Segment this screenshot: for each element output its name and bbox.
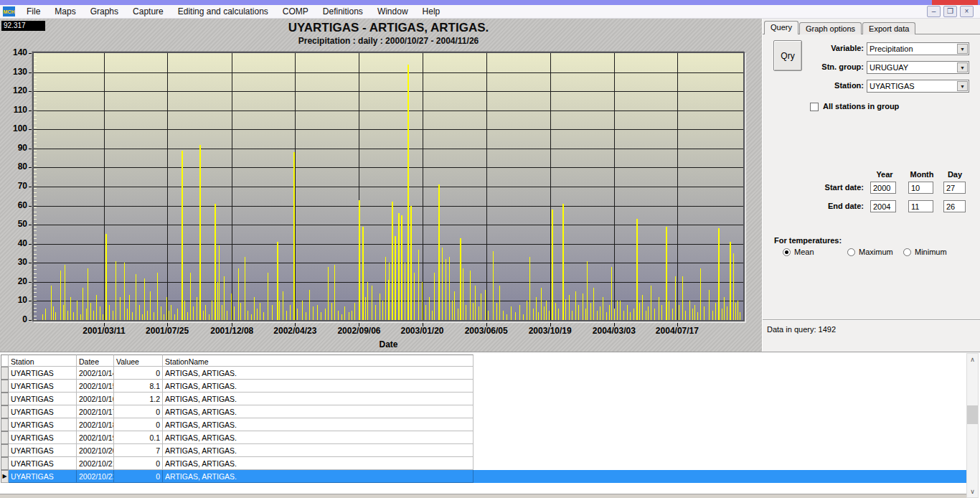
- dropdown-stngroup[interactable]: URUGUAY▼: [867, 61, 969, 74]
- precip-bar: [432, 311, 433, 320]
- row-selector-cell[interactable]: [1, 405, 9, 418]
- table-row[interactable]: UYARTIGAS2002/10/180ARTIGAS, ARTIGAS.: [1, 418, 966, 431]
- dropdown-station[interactable]: UYARTIGAS▼: [867, 80, 969, 93]
- precip-bar: [344, 306, 345, 320]
- row-selector-cell[interactable]: [1, 380, 9, 393]
- precip-bar: [51, 286, 52, 320]
- precip-bar: [733, 253, 734, 320]
- chevron-down-icon[interactable]: ▼: [957, 62, 968, 72]
- radio-maximum[interactable]: [847, 248, 855, 256]
- menu-item-comp[interactable]: COMP: [275, 5, 316, 18]
- gridline-v: [423, 53, 423, 320]
- radio-label-mean: Mean: [794, 248, 814, 256]
- column-header-station[interactable]: Station: [9, 354, 77, 367]
- menu-item-window[interactable]: Window: [370, 5, 415, 18]
- row-selector-cell[interactable]: [1, 367, 9, 380]
- tab-export-data[interactable]: Export data: [862, 22, 915, 34]
- precip-bar: [362, 227, 364, 320]
- row-selector-cell[interactable]: [1, 444, 9, 457]
- table-row[interactable]: UYARTIGAS2002/10/210ARTIGAS, ARTIGAS.: [1, 457, 966, 470]
- table-row[interactable]: ▶UYARTIGAS2002/10/220ARTIGAS, ARTIGAS.: [1, 470, 966, 483]
- precip-bar: [473, 303, 473, 320]
- end-date-day-input[interactable]: 26: [943, 200, 966, 212]
- column-header-stationname[interactable]: StationName: [163, 354, 473, 367]
- row-selector-cell[interactable]: [1, 431, 9, 444]
- start-date-day-input[interactable]: 27: [943, 182, 966, 194]
- precip-bar: [410, 206, 412, 320]
- restore-icon[interactable]: ❐: [943, 6, 957, 17]
- precip-bar: [593, 288, 594, 320]
- chevron-down-icon[interactable]: ▼: [957, 81, 968, 91]
- menu-item-editing-and-calculations[interactable]: Editing and calculations: [171, 5, 275, 18]
- parent-close-button[interactable]: [932, 0, 978, 5]
- precip-bar: [277, 242, 278, 320]
- precip-bar: [606, 312, 607, 320]
- precip-bar: [712, 311, 713, 320]
- table-header-row: StationDateeValueeStationName: [1, 354, 966, 367]
- precipitation-plot-area[interactable]: [32, 52, 745, 321]
- cell-valuee: 0: [114, 457, 163, 470]
- scrollbar-thumb[interactable]: [967, 405, 978, 424]
- precip-bar: [575, 291, 576, 320]
- y-tick-label: 10: [1, 295, 27, 305]
- radio-minimum[interactable]: [903, 248, 911, 256]
- menu-item-definitions[interactable]: Definitions: [316, 5, 370, 18]
- dropdown-variable[interactable]: Precipitation▼: [867, 42, 969, 55]
- chevron-down-icon[interactable]: ▼: [957, 44, 968, 54]
- y-tick-label: 90: [1, 143, 27, 153]
- scroll-down-icon[interactable]: ∨: [967, 486, 978, 497]
- precip-bar: [164, 314, 164, 320]
- tab-query[interactable]: Query: [764, 21, 798, 34]
- menu-item-file[interactable]: File: [19, 5, 47, 18]
- table-row[interactable]: UYARTIGAS2002/10/190.1ARTIGAS, ARTIGAS.: [1, 431, 966, 444]
- gridline-h: [34, 206, 743, 207]
- radio-label-minimum: Minimum: [915, 248, 947, 256]
- gridline-v: [232, 53, 232, 320]
- column-header-valuee[interactable]: Valuee: [114, 354, 163, 367]
- table-vertical-scrollbar[interactable]: ∧ ∨: [966, 353, 979, 498]
- precip-bar: [481, 293, 481, 320]
- table-row[interactable]: UYARTIGAS2002/10/207ARTIGAS, ARTIGAS.: [1, 444, 966, 457]
- data-table-panel: StationDateeValueeStationNameUYARTIGAS20…: [0, 352, 980, 498]
- all-stations-checkbox[interactable]: [810, 103, 819, 111]
- minimize-icon[interactable]: –: [927, 6, 941, 17]
- radio-label-maximum: Maximum: [859, 248, 893, 256]
- precip-bar: [120, 297, 121, 320]
- x-tick-label: 2001/03/11: [74, 326, 134, 336]
- row-selector-cell[interactable]: [1, 393, 9, 405]
- row-selector-cell[interactable]: [1, 418, 9, 431]
- menu-item-help[interactable]: Help: [415, 5, 448, 18]
- menu-item-capture[interactable]: Capture: [126, 5, 171, 18]
- scroll-up-icon[interactable]: ∧: [967, 354, 978, 365]
- end-date-month-input[interactable]: 11: [908, 200, 933, 212]
- precip-bar: [392, 202, 393, 320]
- precip-bar: [583, 293, 583, 320]
- menu-item-graphs[interactable]: Graphs: [83, 5, 126, 18]
- row-selector-cell[interactable]: ▶: [1, 470, 9, 483]
- table-row[interactable]: UYARTIGAS2002/10/140ARTIGAS, ARTIGAS.: [1, 367, 966, 380]
- table-row[interactable]: UYARTIGAS2002/10/170ARTIGAS, ARTIGAS.: [1, 405, 966, 418]
- start-date-month-input[interactable]: 10: [908, 182, 933, 194]
- precip-bar: [83, 288, 83, 320]
- precip-bar: [544, 306, 545, 320]
- precip-bar: [572, 311, 573, 320]
- start-date-year-input[interactable]: 2000: [870, 182, 896, 194]
- precip-bar: [565, 299, 566, 320]
- row-selector-cell[interactable]: [1, 457, 9, 470]
- table-row[interactable]: UYARTIGAS2002/10/158.1ARTIGAS, ARTIGAS.: [1, 380, 966, 393]
- precip-bar: [515, 312, 516, 320]
- precip-bar: [527, 301, 527, 320]
- cell-stationname: ARTIGAS, ARTIGAS.: [163, 393, 473, 405]
- table-row[interactable]: UYARTIGAS2002/10/161.2ARTIGAS, ARTIGAS.: [1, 393, 966, 405]
- column-header-datee[interactable]: Datee: [77, 354, 114, 367]
- precip-bar: [63, 305, 64, 320]
- end-date-year-input[interactable]: 2004: [870, 200, 896, 212]
- tab-graph-options[interactable]: Graph options: [799, 22, 862, 34]
- x-tick-label: 2002/09/06: [329, 326, 389, 336]
- menu-item-maps[interactable]: Maps: [47, 5, 83, 18]
- precip-bar: [263, 312, 264, 320]
- close-icon[interactable]: ×: [960, 6, 974, 17]
- radio-mean[interactable]: [783, 248, 791, 256]
- precip-bar: [414, 273, 415, 320]
- precip-bar: [331, 303, 332, 320]
